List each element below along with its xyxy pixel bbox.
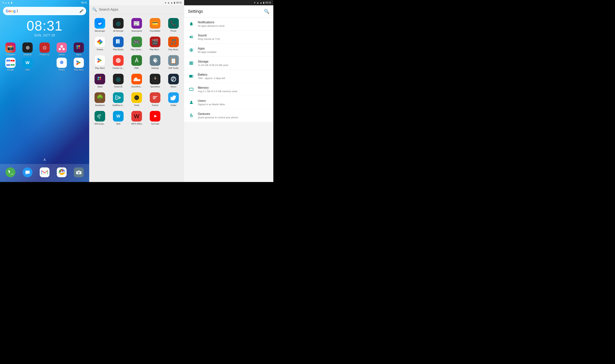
apps-row-3: Slack ◎ Smart-ID SoundClo... Speedtest <box>89 71 184 90</box>
settings-item-gestures[interactable]: Gestures Quick gestures to control your … <box>184 109 273 122</box>
wolt-label: Wolt <box>26 69 30 71</box>
app-simtoolkit[interactable]: 📋 SIM Toolkit <box>164 54 182 71</box>
home-app-smartid[interactable]: ◎ Smart-ID <box>20 42 35 56</box>
svg-rect-30 <box>117 39 120 44</box>
settings-panel: ∗ ▲ ▲ ▮ 08:32 Settings 🔍 Notifications A… <box>184 0 273 182</box>
svg-point-24 <box>97 20 103 26</box>
app-rmk[interactable]: RMK <box>128 54 146 71</box>
home-app-photos[interactable]: Photos <box>54 58 69 71</box>
dock-messages[interactable] <box>21 167 34 177</box>
google-search-bar[interactable]: Goog 🎤 <box>3 7 86 15</box>
app-drawer: ∗ ▲ ▲ ▮ 08:31 🔍 Search Apps Messenger ◎ … <box>89 0 184 182</box>
app-playmusic[interactable]: 🎵 Play Music <box>164 35 182 52</box>
settings-item-battery[interactable]: Battery 78% - approx. 4 days left <box>184 70 273 83</box>
settings-item-memory[interactable]: Memory Avg 2.1 GB of 3.5 GB memory used <box>184 83 273 96</box>
svg-point-86 <box>191 101 192 102</box>
settings-search-button[interactable]: 🔍 <box>264 9 270 14</box>
home-app-instagram[interactable]: 📸 Instagram <box>3 42 18 56</box>
app-swiftkey[interactable]: SwiftKey K... <box>109 91 127 108</box>
settings-status-bar: ∗ ▲ ▲ ▮ 08:32 <box>184 0 273 5</box>
microphone-icon[interactable]: 🎤 <box>79 9 83 13</box>
smartid-label: Smart-ID <box>23 53 32 56</box>
app-wolt-drawer[interactable]: W Wolt <box>109 109 127 127</box>
app-playbooks[interactable]: Play Books <box>109 35 127 52</box>
app-passwallet[interactable]: 💳 PassWallet <box>146 16 164 34</box>
app-wpsoffice[interactable]: W WPS Office <box>128 109 146 127</box>
settings-item-apps[interactable]: Apps 69 apps installed <box>184 44 273 57</box>
app-twitter[interactable]: Twitter <box>164 91 182 108</box>
app-miremote[interactable]: ◎ Mi Remote <box>109 16 127 34</box>
app-photos[interactable]: Photos <box>91 35 109 52</box>
home-app-playstore[interactable]: Play Store <box>71 58 86 71</box>
storage-icon <box>188 60 195 66</box>
clock-area: 08:31 SUN, OCT 29 <box>0 19 89 37</box>
settings-item-storage[interactable]: Storage 11.44 GB of 58.24 GB used <box>184 57 273 70</box>
app-newsstand[interactable]: 📰 Newsstand <box>128 16 146 34</box>
home-app-wolt[interactable]: W Wolt <box>20 58 35 71</box>
settings-bluetooth-icon: ∗ <box>254 1 256 4</box>
svg-point-72 <box>192 63 193 63</box>
settings-item-sound[interactable]: Sound Ring volume at 71% <box>184 30 273 44</box>
taxify-icon: TX <box>131 92 142 103</box>
app-youtube[interactable]: YouTube <box>146 109 164 127</box>
app-messenger[interactable]: Messenger <box>91 16 109 34</box>
app-taxify[interactable]: TX Taxify <box>128 91 146 108</box>
sound-icon <box>188 34 195 40</box>
svg-text:TX: TX <box>135 96 138 99</box>
wifianalyzer-icon <box>95 111 105 121</box>
app-playmovies[interactable]: 🎬 Play Movi... <box>146 35 164 52</box>
apps-row-0: Messenger ◎ Mi Remote 📰 Newsstand 💳 Pass… <box>89 16 184 34</box>
app-soundcloud[interactable]: SoundClo... <box>128 72 146 89</box>
memory-text: Memory Avg 2.1 GB of 3.5 GB memory used <box>198 86 270 93</box>
apps-title: Apps <box>198 47 270 50</box>
drawer-search-bar[interactable]: 🔍 Search Apps <box>89 5 184 14</box>
drawer-status-bar: ∗ ▲ ▲ ▮ 08:31 <box>89 0 184 5</box>
settings-drawer-icon <box>150 55 160 66</box>
app-playstore-drawer[interactable]: Play Store <box>91 54 109 71</box>
app-phone[interactable]: 📞 Phone <box>164 16 182 34</box>
home-app-asana[interactable]: Asana <box>54 42 69 56</box>
app-steam[interactable]: Steam <box>164 72 182 89</box>
home-app-slack[interactable]: Slack <box>71 42 86 56</box>
users-text: Users Signed in as Martin Mets <box>198 99 270 106</box>
svg-point-52 <box>173 78 174 79</box>
home-icon-row-1: 📸 Instagram ◎ Smart-ID ⊙ Pocket Ca. Asan… <box>2 42 87 56</box>
dock-chrome[interactable] <box>55 167 68 177</box>
app-slack-drawer[interactable]: Slack <box>91 72 109 89</box>
dock-phone[interactable] <box>4 167 17 177</box>
dock-camera[interactable] <box>72 167 85 177</box>
sound-text: Sound Ring volume at 71% <box>198 34 270 40</box>
app-smartid-drawer[interactable]: ◎ Smart-ID <box>109 72 127 89</box>
simtoolkit-label: SIM Toolkit <box>168 67 179 69</box>
dock-gmail-icon <box>40 167 50 177</box>
slack-icon-img <box>74 42 84 53</box>
home-app-pocketcasts[interactable]: ⊙ Pocket Ca. <box>37 42 52 56</box>
settings-item-notifications[interactable]: Notifications All apps allowed to send <box>184 17 273 30</box>
sound-subtitle: Ring volume at 71% <box>198 38 270 40</box>
bluetooth-icon: ∗ <box>2 1 4 4</box>
notifications-title: Notifications <box>198 21 270 24</box>
slack-label: Slack <box>76 53 82 56</box>
users-subtitle: Signed in as Martin Mets <box>198 103 270 106</box>
apps-row-5: Wifi Analy... W Wolt W WPS Office YouTub… <box>89 109 184 127</box>
app-pocketcasts-drawer[interactable]: Pocket Ca... <box>109 54 127 71</box>
app-settings-drawer[interactable]: Settings <box>146 54 164 71</box>
apps-subtitle: 69 apps installed <box>198 51 270 53</box>
app-wifianalyzer[interactable]: Wifi Analy... <box>91 109 109 127</box>
playbooks-icon <box>113 37 123 47</box>
wpsoffice-label: WPS Office <box>131 123 142 125</box>
app-swedbank[interactable]: 🌳 Swedbank <box>91 91 109 108</box>
app-speedtest[interactable]: Speedtest <box>146 72 164 89</box>
svg-rect-46 <box>99 79 101 80</box>
home-app-google[interactable]: G ▶ 📍 31 Google <box>3 58 18 71</box>
svg-rect-14 <box>41 170 48 175</box>
dock-gmail[interactable] <box>38 167 51 177</box>
storage-title: Storage <box>198 60 270 63</box>
status-bar-right: 08:31 <box>81 1 87 4</box>
svg-marker-13 <box>26 174 27 175</box>
settings-item-users[interactable]: Users Signed in as Martin Mets <box>184 96 273 109</box>
app-playgames[interactable]: 🎮 Play Game... <box>128 35 146 52</box>
app-todoist[interactable]: Todoist <box>146 91 164 108</box>
clock-date: SUN, OCT 29 <box>0 34 89 37</box>
smartid-drawer-icon: ◎ <box>113 74 123 84</box>
